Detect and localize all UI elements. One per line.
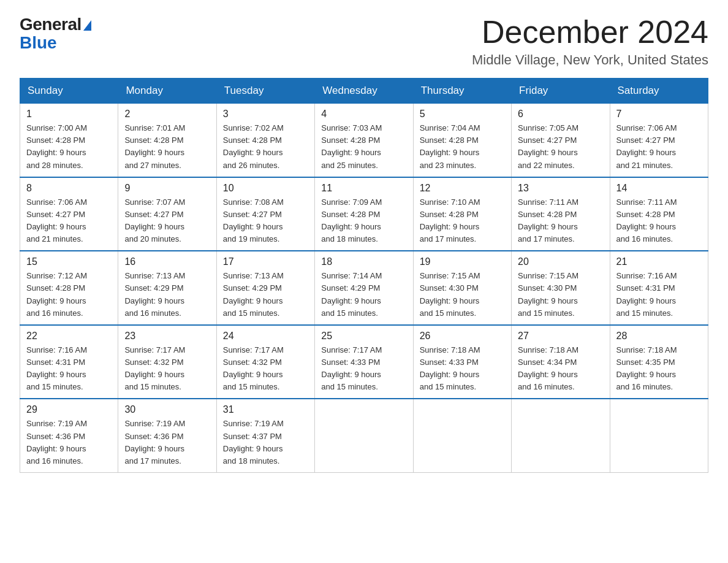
day-number: 8 (26, 183, 112, 194)
day-info: Sunrise: 7:11 AM Sunset: 4:28 PM Dayligh… (616, 196, 702, 246)
calendar-table: SundayMondayTuesdayWednesdayThursdayFrid… (20, 78, 708, 473)
calendar-day-cell (512, 399, 610, 472)
calendar-day-cell: 6 Sunrise: 7:05 AM Sunset: 4:27 PM Dayli… (512, 104, 610, 177)
day-number: 3 (223, 109, 308, 120)
calendar-day-cell: 18 Sunrise: 7:14 AM Sunset: 4:29 PM Dayl… (315, 251, 413, 325)
day-number: 25 (321, 331, 406, 342)
calendar-week-row: 8 Sunrise: 7:06 AM Sunset: 4:27 PM Dayli… (20, 177, 708, 251)
day-number: 12 (420, 183, 505, 194)
calendar-day-cell: 15 Sunrise: 7:12 AM Sunset: 4:28 PM Dayl… (20, 251, 118, 325)
calendar-week-row: 22 Sunrise: 7:16 AM Sunset: 4:31 PM Dayl… (20, 325, 708, 399)
day-number: 22 (26, 331, 112, 342)
calendar-day-cell (610, 399, 708, 472)
day-number: 9 (124, 183, 210, 194)
calendar-day-cell: 14 Sunrise: 7:11 AM Sunset: 4:28 PM Dayl… (610, 177, 708, 251)
calendar-week-row: 1 Sunrise: 7:00 AM Sunset: 4:28 PM Dayli… (20, 104, 708, 177)
month-title: December 2024 (472, 15, 708, 50)
title-section: December 2024 Middle Village, New York, … (472, 15, 708, 68)
logo-general-text: General (20, 15, 82, 34)
day-number: 6 (518, 109, 603, 120)
day-info: Sunrise: 7:18 AM Sunset: 4:33 PM Dayligh… (420, 344, 505, 394)
day-info: Sunrise: 7:14 AM Sunset: 4:29 PM Dayligh… (321, 270, 406, 320)
calendar-day-cell: 25 Sunrise: 7:17 AM Sunset: 4:33 PM Dayl… (315, 325, 413, 399)
weekday-header-row: SundayMondayTuesdayWednesdayThursdayFrid… (20, 79, 708, 104)
day-number: 4 (321, 109, 406, 120)
calendar-day-cell: 16 Sunrise: 7:13 AM Sunset: 4:29 PM Dayl… (118, 251, 216, 325)
calendar-day-cell: 19 Sunrise: 7:15 AM Sunset: 4:30 PM Dayl… (413, 251, 511, 325)
day-info: Sunrise: 7:01 AM Sunset: 4:28 PM Dayligh… (124, 122, 210, 172)
calendar-day-cell: 26 Sunrise: 7:18 AM Sunset: 4:33 PM Dayl… (413, 325, 511, 399)
calendar-week-row: 15 Sunrise: 7:12 AM Sunset: 4:28 PM Dayl… (20, 251, 708, 325)
calendar-day-cell: 27 Sunrise: 7:18 AM Sunset: 4:34 PM Dayl… (512, 325, 610, 399)
day-info: Sunrise: 7:19 AM Sunset: 4:36 PM Dayligh… (124, 418, 210, 467)
day-info: Sunrise: 7:17 AM Sunset: 4:32 PM Dayligh… (124, 344, 210, 394)
calendar-day-cell: 24 Sunrise: 7:17 AM Sunset: 4:32 PM Dayl… (216, 325, 314, 399)
day-number: 1 (26, 109, 112, 120)
weekday-header-wednesday: Wednesday (315, 79, 413, 104)
calendar-day-cell: 8 Sunrise: 7:06 AM Sunset: 4:27 PM Dayli… (20, 177, 118, 251)
calendar-day-cell: 28 Sunrise: 7:18 AM Sunset: 4:35 PM Dayl… (610, 325, 708, 399)
day-info: Sunrise: 7:16 AM Sunset: 4:31 PM Dayligh… (26, 344, 112, 394)
calendar-day-cell: 5 Sunrise: 7:04 AM Sunset: 4:28 PM Dayli… (413, 104, 511, 177)
page-header: General Blue December 2024 Middle Villag… (20, 15, 708, 68)
day-number: 13 (518, 183, 603, 194)
day-info: Sunrise: 7:19 AM Sunset: 4:37 PM Dayligh… (223, 418, 308, 467)
day-number: 31 (223, 404, 308, 415)
day-number: 5 (420, 109, 505, 120)
calendar-day-cell (315, 399, 413, 472)
day-info: Sunrise: 7:09 AM Sunset: 4:28 PM Dayligh… (321, 196, 406, 246)
day-number: 28 (616, 331, 702, 342)
day-info: Sunrise: 7:10 AM Sunset: 4:28 PM Dayligh… (420, 196, 505, 246)
location-subtitle: Middle Village, New York, United States (472, 52, 708, 68)
day-info: Sunrise: 7:19 AM Sunset: 4:36 PM Dayligh… (26, 418, 112, 467)
day-info: Sunrise: 7:11 AM Sunset: 4:28 PM Dayligh… (518, 196, 603, 246)
calendar-day-cell: 13 Sunrise: 7:11 AM Sunset: 4:28 PM Dayl… (512, 177, 610, 251)
calendar-day-cell: 22 Sunrise: 7:16 AM Sunset: 4:31 PM Dayl… (20, 325, 118, 399)
day-number: 23 (124, 331, 210, 342)
calendar-day-cell: 7 Sunrise: 7:06 AM Sunset: 4:27 PM Dayli… (610, 104, 708, 177)
calendar-day-cell: 20 Sunrise: 7:15 AM Sunset: 4:30 PM Dayl… (512, 251, 610, 325)
logo-blue-text: Blue (20, 34, 57, 52)
day-number: 26 (420, 331, 505, 342)
weekday-header-monday: Monday (118, 79, 216, 104)
weekday-header-sunday: Sunday (20, 79, 118, 104)
day-number: 2 (124, 109, 210, 120)
day-info: Sunrise: 7:13 AM Sunset: 4:29 PM Dayligh… (124, 270, 210, 320)
day-info: Sunrise: 7:06 AM Sunset: 4:27 PM Dayligh… (26, 196, 112, 246)
day-number: 15 (26, 256, 112, 267)
calendar-day-cell: 9 Sunrise: 7:07 AM Sunset: 4:27 PM Dayli… (118, 177, 216, 251)
logo: General Blue (20, 15, 91, 52)
calendar-day-cell: 1 Sunrise: 7:00 AM Sunset: 4:28 PM Dayli… (20, 104, 118, 177)
calendar-day-cell: 12 Sunrise: 7:10 AM Sunset: 4:28 PM Dayl… (413, 177, 511, 251)
day-number: 19 (420, 256, 505, 267)
day-info: Sunrise: 7:17 AM Sunset: 4:32 PM Dayligh… (223, 344, 308, 394)
calendar-day-cell: 10 Sunrise: 7:08 AM Sunset: 4:27 PM Dayl… (216, 177, 314, 251)
day-info: Sunrise: 7:08 AM Sunset: 4:27 PM Dayligh… (223, 196, 308, 246)
calendar-day-cell: 29 Sunrise: 7:19 AM Sunset: 4:36 PM Dayl… (20, 399, 118, 472)
day-number: 20 (518, 256, 603, 267)
weekday-header-tuesday: Tuesday (216, 79, 314, 104)
day-number: 24 (223, 331, 308, 342)
day-number: 14 (616, 183, 702, 194)
weekday-header-friday: Friday (512, 79, 610, 104)
day-info: Sunrise: 7:03 AM Sunset: 4:28 PM Dayligh… (321, 122, 406, 172)
day-number: 7 (616, 109, 702, 120)
day-info: Sunrise: 7:16 AM Sunset: 4:31 PM Dayligh… (616, 270, 702, 320)
day-info: Sunrise: 7:12 AM Sunset: 4:28 PM Dayligh… (26, 270, 112, 320)
day-number: 30 (124, 404, 210, 415)
calendar-day-cell: 31 Sunrise: 7:19 AM Sunset: 4:37 PM Dayl… (216, 399, 314, 472)
day-info: Sunrise: 7:04 AM Sunset: 4:28 PM Dayligh… (420, 122, 505, 172)
calendar-day-cell: 4 Sunrise: 7:03 AM Sunset: 4:28 PM Dayli… (315, 104, 413, 177)
day-number: 16 (124, 256, 210, 267)
day-number: 27 (518, 331, 603, 342)
day-info: Sunrise: 7:18 AM Sunset: 4:35 PM Dayligh… (616, 344, 702, 394)
day-info: Sunrise: 7:02 AM Sunset: 4:28 PM Dayligh… (223, 122, 308, 172)
day-number: 10 (223, 183, 308, 194)
calendar-day-cell: 21 Sunrise: 7:16 AM Sunset: 4:31 PM Dayl… (610, 251, 708, 325)
day-info: Sunrise: 7:15 AM Sunset: 4:30 PM Dayligh… (518, 270, 603, 320)
calendar-day-cell: 17 Sunrise: 7:13 AM Sunset: 4:29 PM Dayl… (216, 251, 314, 325)
calendar-day-cell: 2 Sunrise: 7:01 AM Sunset: 4:28 PM Dayli… (118, 104, 216, 177)
day-number: 29 (26, 404, 112, 415)
calendar-day-cell: 3 Sunrise: 7:02 AM Sunset: 4:28 PM Dayli… (216, 104, 314, 177)
day-number: 18 (321, 256, 406, 267)
